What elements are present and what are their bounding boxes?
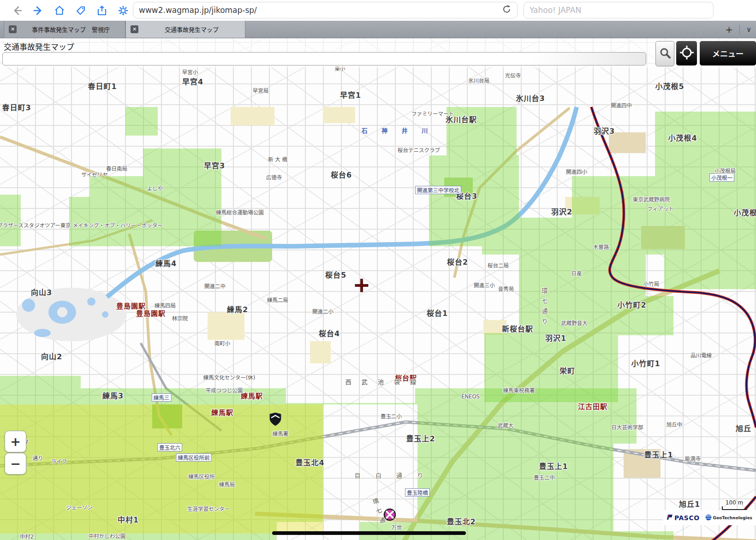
url-bar[interactable]: www2.wagmap.jp/jikomap-sp/ [133, 2, 518, 18]
divider [739, 25, 740, 34]
forward-arrow-icon[interactable] [32, 5, 44, 17]
geotechnologies-icon [705, 514, 712, 522]
tab-overview-chevron-icon[interactable]: ∨ [746, 25, 751, 34]
map-center-crosshair-icon [354, 278, 369, 295]
tab-jiken-jiko-map[interactable]: ✕ 事件事故発生マップ 警視庁 [4, 21, 125, 38]
back-arrow-icon[interactable] [11, 5, 23, 17]
settings-gear-icon[interactable] [117, 5, 129, 17]
crosshair-target-icon [680, 46, 694, 61]
pasco-icon [667, 514, 673, 522]
scale-label: 100 m [722, 499, 747, 506]
zoom-in-button[interactable]: + [5, 431, 26, 452]
reload-icon[interactable] [502, 5, 512, 16]
share-icon[interactable] [96, 5, 108, 17]
attribution-bar: PASCO GeoTechnologies [663, 510, 756, 525]
map-features [0, 38, 756, 540]
tab-bar: ✕ 事件事故発生マップ 警視庁 ✕ 交通事故発生マップ + ∨ [0, 21, 756, 38]
url-text: www2.wagmap.jp/jikomap-sp/ [139, 6, 502, 15]
new-tab-button[interactable]: + [725, 24, 733, 35]
map-search-button[interactable] [655, 41, 674, 66]
police-station-icon [269, 412, 281, 428]
home-icon[interactable] [54, 5, 65, 17]
gps-locate-button[interactable] [676, 41, 697, 65]
map-canvas[interactable] [0, 38, 756, 540]
close-icon[interactable]: ✕ [9, 25, 17, 33]
menu-button[interactable]: メニュー [700, 41, 756, 65]
address-search-input[interactable] [2, 52, 646, 65]
tab-koutsu-jiko-map[interactable]: ✕ 交通事故発生マップ [125, 21, 245, 38]
scale-bar: 100 m [722, 499, 747, 510]
browser-toolbar: www2.wagmap.jp/jikomap-sp/ [0, 0, 756, 21]
screen: 春日町1春日町3早宮4早宮1早宮3小茂根5氷川台3小茂根4羽沢3羽沢2桜台6桜台… [0, 0, 756, 540]
close-icon[interactable]: ✕ [131, 25, 138, 33]
accident-point-icon [383, 508, 397, 523]
page-title: 交通事故発生マップ [4, 41, 74, 52]
zoom-out-button[interactable]: − [5, 453, 26, 475]
browser-search-input[interactable] [524, 2, 714, 18]
search-icon [659, 47, 671, 61]
pasco-logo: PASCO [667, 514, 700, 522]
scale-line [722, 506, 747, 510]
bookmark-tag-icon[interactable] [75, 5, 87, 17]
home-indicator[interactable] [272, 531, 466, 535]
geotechnologies-logo: GeoTechnologies [705, 514, 752, 522]
